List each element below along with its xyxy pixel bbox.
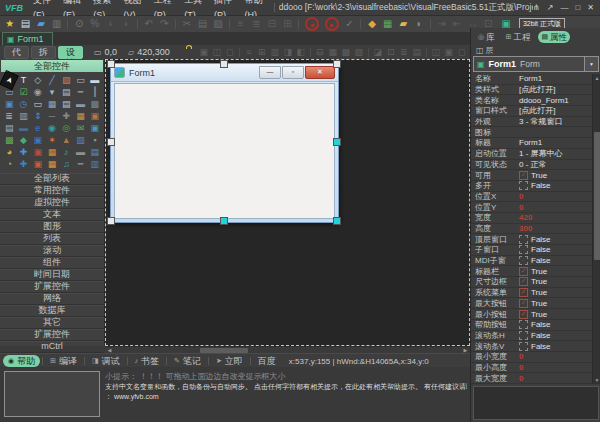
checkbox-unchecked-icon[interactable] xyxy=(519,181,528,190)
form-window[interactable]: Form1 — ▫ ✕ xyxy=(110,63,339,223)
resize-handle-bottom-right[interactable] xyxy=(333,217,341,225)
compile-icon[interactable]: ◉ xyxy=(305,17,319,31)
toolbox-category[interactable]: mCtrl xyxy=(0,341,104,353)
bottom-tab-compile[interactable]: ⊞编译 xyxy=(45,355,82,367)
checkbox-unchecked-icon[interactable] xyxy=(519,235,528,244)
plus-tool-icon[interactable]: ✚ xyxy=(59,110,73,122)
check-icon[interactable]: ✓ xyxy=(343,17,357,31)
design-canvas[interactable]: Form1 — ▫ ✕ xyxy=(105,59,470,346)
property-value[interactable]: ✓True xyxy=(519,277,547,286)
toolbox-category[interactable]: 全部列表 xyxy=(0,173,104,185)
report-tool-icon[interactable]: ▥ xyxy=(73,134,87,146)
properties-scrollbar[interactable]: ▲ ▼ xyxy=(592,74,600,384)
panel-tab-properties[interactable]: ▤属性 xyxy=(538,31,570,43)
bottom-tab-note[interactable]: ✎笔记 xyxy=(169,355,206,367)
align-tool-icon[interactable]: ⊞ xyxy=(256,47,268,57)
toolbar-tool-icon[interactable]: ▥ xyxy=(16,110,30,122)
toolbox-header[interactable]: 全部控件 xyxy=(1,60,103,72)
form-client-area[interactable] xyxy=(114,83,335,219)
property-value[interactable]: [点此打开] xyxy=(519,106,555,116)
align-tool-icon[interactable]: ⊡ xyxy=(385,47,397,57)
property-value[interactable]: 0 xyxy=(519,374,523,383)
combobox-tool-icon[interactable]: ▾ xyxy=(45,86,59,98)
timer-tool-icon[interactable]: ◷ xyxy=(16,98,30,110)
bottom-tab-immediate[interactable]: ➤立即 xyxy=(211,355,248,367)
settings-icon[interactable]: ◆ xyxy=(365,17,379,31)
shape-tool-icon[interactable]: ◇ xyxy=(31,74,45,86)
property-value[interactable]: False xyxy=(519,331,551,340)
resize-handle-middle-left[interactable] xyxy=(107,138,115,146)
toolbox-category[interactable]: 网络 xyxy=(0,293,104,305)
align-tool-icon[interactable]: ▦ xyxy=(327,47,339,57)
property-value[interactable]: 3 - 常规窗口 xyxy=(519,117,563,127)
note-tool-icon[interactable]: ♫ xyxy=(59,158,73,170)
database-tool-icon[interactable]: ◆ xyxy=(16,134,30,146)
bottom-tab-debug[interactable]: ◨调试 xyxy=(87,355,125,367)
toolbox-category[interactable]: 扩展控件 xyxy=(0,329,104,341)
mail-tool-icon[interactable]: ✉ xyxy=(73,122,87,134)
pie-tool-icon[interactable]: ◕ xyxy=(2,146,16,158)
pie2-tool-icon[interactable]: ◔ xyxy=(2,158,16,170)
browser-tool-icon[interactable]: e xyxy=(31,122,45,134)
minimize-icon[interactable]: — xyxy=(560,0,568,15)
toolbox-category[interactable]: 扩展控件 xyxy=(0,281,104,293)
property-value[interactable]: 420 xyxy=(519,213,532,222)
align-tool-icon[interactable]: ◪ xyxy=(372,47,384,57)
cross-tool-icon[interactable]: ✚ xyxy=(16,146,30,158)
property-value[interactable]: Form1 xyxy=(519,74,542,83)
align-tool-icon[interactable]: ◻ xyxy=(224,47,236,57)
resize-handle-top-right[interactable] xyxy=(333,60,341,68)
align-tool-icon[interactable]: ◻ xyxy=(456,47,468,57)
image2-tool-icon[interactable]: ▦ xyxy=(45,158,59,170)
checkbox-unchecked-icon[interactable] xyxy=(519,331,528,340)
property-value[interactable]: ✓True xyxy=(519,310,547,319)
property-value[interactable]: False xyxy=(519,245,551,254)
property-value[interactable]: False xyxy=(519,235,551,244)
progressbar-tool-icon[interactable]: ▬ xyxy=(16,122,30,134)
calendar-tool-icon[interactable]: ▦ xyxy=(73,110,87,122)
tree-tool-icon[interactable]: ≣ xyxy=(2,110,16,122)
statusbar-tool-icon[interactable]: ▬ xyxy=(73,98,87,110)
date-tool-icon[interactable]: ▣ xyxy=(88,110,102,122)
checkbox-unchecked-icon[interactable] xyxy=(519,245,528,254)
align-tool-icon[interactable]: ▩ xyxy=(340,47,352,57)
run-icon[interactable]: ▶ xyxy=(325,17,339,31)
scroll-down-icon[interactable]: ▼ xyxy=(593,376,600,384)
music-tool-icon[interactable]: ♪ xyxy=(59,146,73,158)
export-icon[interactable]: ⇥ xyxy=(435,17,449,31)
scrollbar-thumb[interactable] xyxy=(594,132,600,260)
align-tool-icon[interactable]: ◨ xyxy=(282,47,294,57)
updown-tool-icon[interactable]: ⇕ xyxy=(31,110,45,122)
scroll-up-icon[interactable]: ▲ xyxy=(593,74,600,82)
cut-icon[interactable]: ✂ xyxy=(180,17,194,31)
panel-tab-project[interactable]: ⊞工程 xyxy=(503,31,534,43)
picturebox-tool-icon[interactable]: ▣ xyxy=(2,98,16,110)
resize-handle-middle-right[interactable] xyxy=(333,138,341,146)
undo-icon[interactable]: ↶ xyxy=(142,17,156,31)
align-tool-icon[interactable]: ≡ xyxy=(243,47,255,57)
chart-tool-icon[interactable]: ▦ xyxy=(45,146,59,158)
forward-icon[interactable]: › xyxy=(119,17,133,31)
property-value[interactable]: 0 xyxy=(519,203,523,212)
property-value[interactable]: False xyxy=(519,181,551,190)
property-value[interactable]: ✓True xyxy=(519,267,547,276)
query-tool-icon[interactable]: ▣ xyxy=(31,134,45,146)
toolbox-category[interactable]: 时间日期 xyxy=(0,269,104,281)
align-tool-icon[interactable]: ▤ xyxy=(411,47,423,57)
object-selector-dropdown[interactable]: ▣ Form1 Form ▼ xyxy=(473,56,599,72)
dropdown-arrow-icon[interactable]: ▼ xyxy=(584,57,598,71)
ctrl-tool-icon[interactable]: ▥ xyxy=(88,158,102,170)
socket-tool-icon[interactable]: ◉ xyxy=(45,122,59,134)
property-value[interactable]: 0 xyxy=(519,363,523,372)
layer-label[interactable]: 层 xyxy=(486,45,494,56)
view-mode-button-设计[interactable]: 设计 xyxy=(58,46,83,59)
property-value[interactable]: False xyxy=(519,342,551,351)
separator-tool-icon[interactable]: ─ xyxy=(45,110,59,122)
property-value[interactable]: ddooo_Form1 xyxy=(519,96,569,105)
checkbox-unchecked-icon[interactable] xyxy=(519,342,528,351)
open-project-icon[interactable]: ▰ xyxy=(34,17,48,31)
resource-folder-icon[interactable]: ▰ xyxy=(396,17,410,31)
grid-tool-icon[interactable]: ▦ xyxy=(45,98,59,110)
align-tool-icon[interactable]: ◫ xyxy=(211,47,223,57)
net-tool-icon[interactable]: ▣ xyxy=(88,122,102,134)
